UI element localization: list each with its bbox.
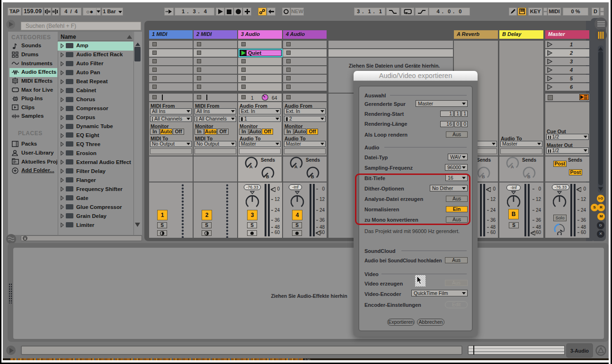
svg-text:A: A: [249, 165, 253, 169]
svg-text:B: B: [311, 174, 314, 179]
svg-text:A: A: [294, 165, 298, 169]
svg-text:B: B: [527, 174, 531, 179]
svg-text:A: A: [511, 165, 514, 169]
svg-text:B: B: [482, 174, 485, 179]
svg-text:B: B: [266, 174, 269, 179]
